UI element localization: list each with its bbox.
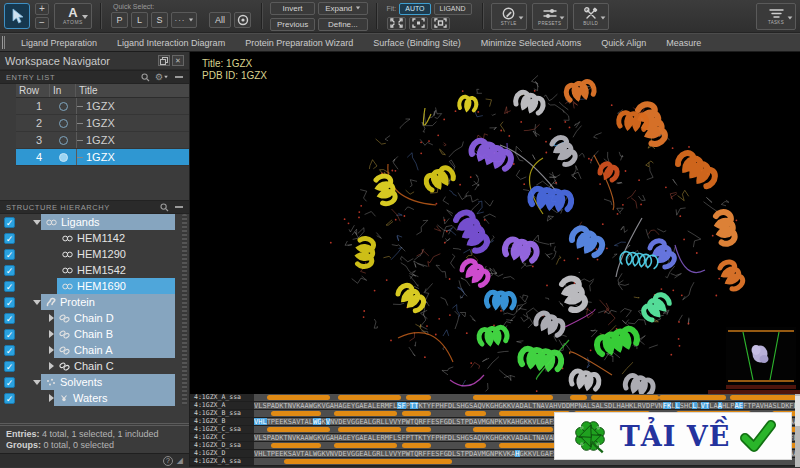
fit-ligand-button[interactable]: LIGAND: [434, 3, 472, 15]
tree-scrollbar[interactable]: [182, 214, 187, 406]
inclusion-toggle[interactable]: [59, 119, 68, 128]
visibility-checkbox[interactable]: ✓: [4, 313, 15, 324]
hierarchy-search-button[interactable]: [160, 203, 169, 212]
helix-bar: [473, 395, 553, 400]
style-menu-button[interactable]: STYLE: [491, 3, 527, 30]
visibility-checkbox[interactable]: ✓: [4, 249, 15, 260]
view-frustum-inset[interactable]: [726, 327, 796, 389]
tab-ligand-interaction-diagram[interactable]: Ligand Interaction Diagram: [107, 38, 235, 48]
sequence-row-label[interactable]: 4:1GZX_D_ssa: [190, 442, 254, 449]
visibility-checkbox[interactable]: ✓: [4, 361, 15, 372]
sequence-row-label[interactable]: 4:1GZX_C_ssa: [190, 426, 254, 433]
sequence-row-label[interactable]: 4:1GZX_B: [190, 418, 254, 425]
tab-protein-preparation-wizard[interactable]: Protein Preparation Wizard: [235, 38, 363, 48]
presets-menu-button[interactable]: PRESETS: [532, 3, 568, 30]
resize-grip-icon[interactable]: ◢: [177, 456, 183, 465]
zoom-out-button[interactable]: −: [35, 17, 49, 29]
tab-surface-binding-site-[interactable]: Surface (Binding Site): [363, 38, 471, 48]
3d-viewport[interactable]: Title: 1GZX PDB ID: 1GZX: [190, 52, 800, 394]
select-target-button[interactable]: [234, 12, 251, 28]
tree-item-hem1290[interactable]: ✓HEM1290: [0, 246, 189, 262]
zoom-in-button[interactable]: +: [35, 3, 49, 15]
chevron-down-icon: [559, 16, 564, 19]
tree-caret-icon[interactable]: [33, 300, 41, 305]
sequence-row-label[interactable]: 4:1GZX_B_ssa: [190, 410, 254, 417]
entry-settings-button[interactable]: ⚙: [155, 73, 169, 82]
quick-select-more-button[interactable]: ···: [171, 12, 197, 28]
tree-item-ligands[interactable]: ✓Ligands: [0, 214, 189, 230]
helix-bar: [338, 427, 401, 432]
quick-select-protein-button[interactable]: P: [111, 12, 128, 28]
workspace-navigator-panel: Workspace Navigator ✕ ENTRY LIST: [0, 52, 190, 467]
invert-selection-button[interactable]: Invert: [270, 2, 315, 15]
entry-row-number: 2: [16, 117, 50, 129]
structure-hierarchy-header: STRUCTURE HIERARCHY: [0, 200, 189, 214]
select-all-button[interactable]: All: [209, 12, 231, 28]
select-cursor-tool[interactable]: [4, 3, 30, 29]
tree-item-protein[interactable]: ✓Protein: [0, 294, 189, 310]
visibility-checkbox[interactable]: ✓: [4, 329, 15, 340]
visibility-checkbox[interactable]: ✓: [4, 393, 15, 404]
entry-search-button[interactable]: [141, 73, 150, 82]
undock-panel-button[interactable]: [158, 55, 170, 66]
visibility-checkbox[interactable]: ✓: [4, 377, 15, 388]
help-icon[interactable]: ?: [163, 456, 173, 466]
sequence-row-label[interactable]: 4:1GZX_C: [190, 434, 254, 441]
visibility-checkbox[interactable]: ✓: [4, 281, 15, 292]
sequence-row-label[interactable]: 4:1GZX_D: [190, 450, 254, 457]
define-selection-button[interactable]: Define...: [318, 18, 367, 31]
sequence-scrollbar[interactable]: [795, 394, 800, 467]
tree-item-chain-a[interactable]: ✓Chain A: [0, 342, 189, 358]
tab-measure[interactable]: Measure: [656, 38, 711, 48]
tree-item-hem1542[interactable]: ✓HEM1542: [0, 262, 189, 278]
fit-auto-button[interactable]: AUTO: [399, 3, 430, 15]
tab-minimize-selected-atoms[interactable]: Minimize Selected Atoms: [471, 38, 592, 48]
cursor-arrow-icon: [10, 8, 25, 24]
close-panel-button[interactable]: ✕: [172, 55, 184, 66]
fit-zoom-button[interactable]: [431, 17, 450, 30]
entry-row[interactable]: 21GZX: [16, 115, 189, 132]
tree-item-hem1690[interactable]: ✓HEM1690: [0, 278, 189, 294]
tree-item-solvents[interactable]: ✓Solvents: [0, 374, 189, 390]
fit-all-button[interactable]: [387, 17, 406, 30]
expand-selection-button[interactable]: Expand: [318, 2, 367, 15]
residue-sequence[interactable]: VLSPADKTNVKAAWGKVGAHAGEYGAEALERMFLSFPTTK…: [254, 402, 800, 409]
collapse-entry-list-button[interactable]: [175, 76, 183, 78]
sequence-row-label[interactable]: 4:1GZX_A_ssa: [190, 458, 254, 465]
inclusion-toggle[interactable]: [59, 102, 68, 111]
fit-selection-button[interactable]: [409, 17, 428, 30]
build-menu-button[interactable]: BUILD: [573, 3, 609, 30]
sequence-row-label[interactable]: 4:1GZX_A_ssa: [190, 394, 254, 401]
quick-select-solvent-button[interactable]: S: [151, 12, 168, 28]
tab-ligand-preparation[interactable]: Ligand Preparation: [11, 38, 107, 48]
tree-caret-icon[interactable]: [33, 220, 41, 225]
visibility-checkbox[interactable]: ✓: [4, 233, 15, 244]
entry-row[interactable]: 31GZX: [16, 132, 189, 149]
entry-row[interactable]: 41GZX: [16, 149, 189, 166]
tree-item-chain-d[interactable]: ✓Chain D: [0, 310, 189, 326]
tab-quick-align[interactable]: Quick Align: [591, 38, 656, 48]
entry-row[interactable]: 11GZX: [16, 98, 189, 115]
quick-select-ligand-button[interactable]: L: [131, 12, 148, 28]
protein-ribbon-render[interactable]: [320, 68, 750, 394]
presets-sliders-icon: [543, 7, 557, 20]
tree-item-chain-b[interactable]: ✓Chain B: [0, 326, 189, 342]
inclusion-toggle[interactable]: [59, 136, 68, 145]
sequence-row-label[interactable]: 4:1GZX_A: [190, 402, 254, 409]
visibility-checkbox[interactable]: ✓: [4, 217, 15, 228]
collapse-hierarchy-button[interactable]: [175, 206, 183, 208]
chain-icon: [59, 346, 70, 355]
tree-item-waters[interactable]: ✓Waters: [0, 390, 189, 406]
tabbar-grip[interactable]: [2, 36, 5, 49]
download-banner[interactable]: TẢI VỀ: [555, 413, 791, 459]
visibility-checkbox[interactable]: ✓: [4, 345, 15, 356]
previous-selection-button[interactable]: Previous: [270, 18, 315, 31]
visibility-checkbox[interactable]: ✓: [4, 265, 15, 276]
tree-caret-icon[interactable]: [33, 380, 41, 385]
tree-item-chain-c[interactable]: ✓Chain C: [0, 358, 189, 374]
atoms-menu-button[interactable]: A ATOMS: [54, 3, 92, 29]
tree-item-hem1142[interactable]: ✓HEM1142: [0, 230, 189, 246]
inclusion-toggle[interactable]: [59, 153, 68, 162]
tasks-menu-button[interactable]: TASKS: [756, 3, 796, 30]
visibility-checkbox[interactable]: ✓: [4, 297, 15, 308]
